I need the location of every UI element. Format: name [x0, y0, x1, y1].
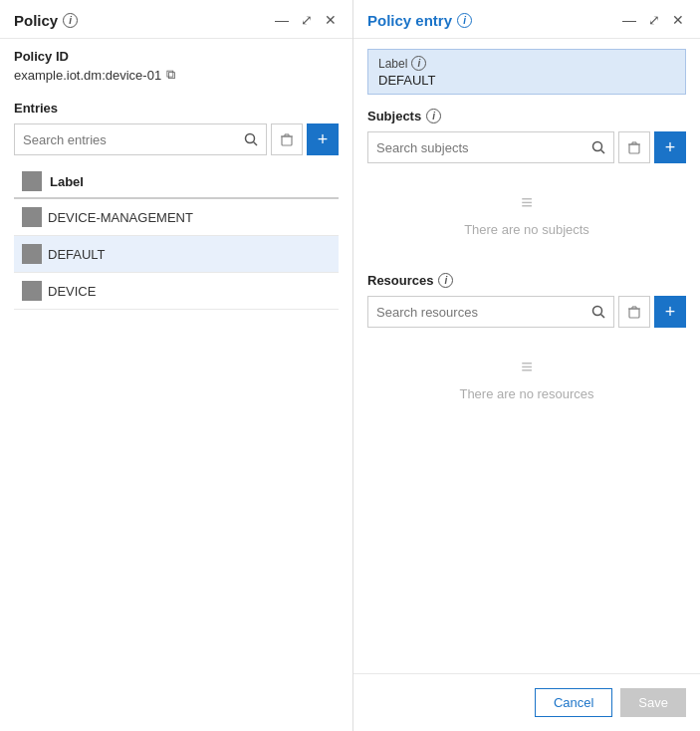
entry-color-box [22, 281, 42, 301]
right-panel-controls: — ⤢ ✕ [620, 10, 686, 30]
trash-icon [280, 132, 294, 146]
left-panel-controls: — ⤢ ✕ [273, 10, 339, 30]
table-row[interactable]: DEFAULT [14, 236, 339, 273]
table-row[interactable]: DEVICE [14, 273, 339, 310]
subjects-search-bar [367, 131, 614, 163]
svg-line-1 [254, 142, 258, 146]
cancel-button[interactable]: Cancel [535, 688, 612, 717]
trash-icon [627, 305, 641, 319]
header-color-box [22, 171, 42, 191]
right-panel-header: Policy entry i — ⤢ ✕ [353, 0, 700, 39]
search-subjects-input[interactable] [368, 140, 583, 155]
left-minimize-button[interactable]: — [273, 10, 291, 30]
label-field-label: Label i [378, 56, 675, 71]
entries-label: Entries [14, 101, 339, 116]
policy-entry-info-icon[interactable]: i [457, 13, 472, 28]
policy-entry-title: Policy entry i [367, 12, 472, 29]
policy-info-icon[interactable]: i [63, 13, 78, 28]
svg-rect-9 [629, 144, 639, 153]
resources-empty-text: There are no resources [459, 386, 593, 401]
search-entries-input[interactable] [15, 132, 236, 147]
resources-title: Resources i [367, 273, 686, 288]
left-expand-button[interactable]: ⤢ [299, 10, 315, 30]
entry-label: DEFAULT [48, 247, 106, 262]
entries-delete-button[interactable] [271, 123, 303, 155]
svg-point-14 [593, 307, 602, 316]
resources-delete-button[interactable] [618, 296, 650, 328]
entries-section: Entries + [0, 93, 352, 731]
svg-point-0 [246, 134, 255, 143]
left-panel-header: Policy i — ⤢ ✕ [0, 0, 352, 39]
copy-icon[interactable]: ⧉ [166, 67, 175, 83]
save-button[interactable]: Save [620, 688, 686, 717]
entry-color-box [22, 207, 42, 227]
svg-line-15 [601, 315, 605, 319]
entry-cell: DEVICE-MANAGEMENT [14, 199, 339, 236]
subjects-add-button[interactable]: + [654, 131, 686, 163]
policy-id-section: Policy ID example.iot.dm:device-01 ⧉ [0, 39, 352, 93]
right-panel: Policy entry i — ⤢ ✕ Label i DEFAULT Sub… [353, 0, 700, 731]
subjects-delete-button[interactable] [618, 131, 650, 163]
svg-rect-2 [282, 136, 292, 145]
search-resources-input[interactable] [368, 305, 583, 320]
entry-cell: DEFAULT [14, 236, 339, 273]
subjects-empty-icon: ≡ [521, 191, 533, 214]
subjects-section: Subjects i [353, 103, 700, 267]
svg-rect-16 [629, 309, 639, 318]
bottom-buttons: Cancel Save [353, 673, 700, 731]
resources-empty-area: ≡ There are no resources [367, 334, 686, 423]
entries-column-label: Label [50, 174, 84, 189]
subjects-search-row: + [367, 131, 686, 163]
subjects-info-icon[interactable]: i [426, 109, 441, 123]
svg-line-8 [601, 150, 605, 154]
search-icon [244, 132, 258, 146]
svg-point-7 [593, 142, 602, 151]
entry-color-box [22, 244, 42, 264]
resources-empty-icon: ≡ [521, 356, 533, 378]
policy-title-text: Policy [14, 12, 58, 29]
entries-table: Label DEVICE-MANAGEMENT DEFAULT [14, 165, 339, 310]
resources-section: Resources i [353, 267, 700, 431]
subjects-title: Subjects i [367, 109, 686, 123]
label-field-value: DEFAULT [378, 73, 675, 88]
trash-icon [627, 140, 641, 154]
right-expand-button[interactable]: ⤢ [646, 10, 662, 30]
entries-table-header: Label [14, 165, 339, 198]
entry-label: DEVICE [48, 284, 96, 299]
right-minimize-button[interactable]: — [620, 10, 638, 30]
resources-search-icon-button[interactable] [583, 305, 613, 319]
label-info-icon[interactable]: i [411, 56, 426, 71]
subjects-empty-area: ≡ There are no subjects [367, 169, 686, 259]
policy-id-text: example.iot.dm:device-01 [14, 68, 161, 83]
resources-search-bar [367, 296, 614, 328]
policy-entry-title-text: Policy entry [367, 12, 452, 29]
search-icon [591, 140, 605, 154]
left-panel: Policy i — ⤢ ✕ Policy ID example.iot.dm:… [0, 0, 353, 731]
entries-search-icon-button[interactable] [236, 132, 266, 146]
entries-search-row: + [14, 123, 339, 155]
resources-search-row: + [367, 296, 686, 328]
subjects-empty-text: There are no subjects [464, 222, 589, 237]
entries-add-button[interactable]: + [307, 123, 339, 155]
policy-id-value: example.iot.dm:device-01 ⧉ [14, 67, 339, 83]
subjects-search-icon-button[interactable] [583, 140, 613, 154]
table-row[interactable]: DEVICE-MANAGEMENT [14, 198, 339, 236]
resources-info-icon[interactable]: i [438, 273, 453, 288]
entry-label: DEVICE-MANAGEMENT [48, 210, 193, 225]
left-close-button[interactable]: ✕ [323, 10, 339, 30]
search-icon [591, 305, 605, 319]
entry-cell: DEVICE [14, 273, 339, 310]
policy-title: Policy i [14, 12, 78, 29]
right-close-button[interactable]: ✕ [670, 10, 686, 30]
resources-add-button[interactable]: + [654, 296, 686, 328]
label-section: Label i DEFAULT [353, 39, 700, 103]
label-field: Label i DEFAULT [367, 49, 686, 95]
entries-search-bar [14, 123, 267, 155]
policy-id-label: Policy ID [14, 49, 339, 64]
